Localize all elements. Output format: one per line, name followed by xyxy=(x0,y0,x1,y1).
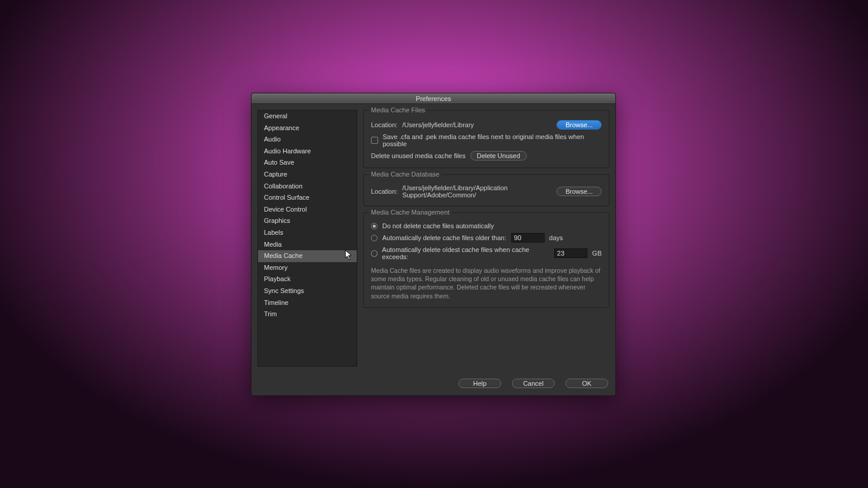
radio-label: Do not delete cache files automatically xyxy=(382,222,494,229)
location-row: Location: /Users/jellyfielder/Library Br… xyxy=(371,120,602,130)
preferences-main: Media Cache Files Location: /Users/jelly… xyxy=(363,110,609,367)
sidebar-item-general[interactable]: General xyxy=(258,111,357,122)
save-next-label: Save .cfa and .pek media cache files nex… xyxy=(383,133,602,147)
browse-button[interactable]: Browse... xyxy=(556,187,602,196)
sidebar-item-memory[interactable]: Memory xyxy=(258,262,357,274)
sidebar-item-trim[interactable]: Trim xyxy=(258,308,357,320)
sidebar-item-collaboration[interactable]: Collaboration xyxy=(258,181,357,193)
radio-label: Automatically delete cache files older t… xyxy=(382,234,507,241)
sidebar-item-labels[interactable]: Labels xyxy=(258,227,357,239)
sidebar-item-playback[interactable]: Playback xyxy=(258,273,357,285)
dialog-body: GeneralAppearanceAudioAudio HardwareAuto… xyxy=(251,104,615,373)
size-unit: GB xyxy=(592,250,602,257)
save-next-row: Save .cfa and .pek media cache files nex… xyxy=(371,133,602,147)
preferences-sidebar: GeneralAppearanceAudioAudio HardwareAuto… xyxy=(257,110,357,367)
dialog-footer: Help Cancel OK xyxy=(251,373,615,395)
sidebar-item-media[interactable]: Media xyxy=(258,239,357,251)
delete-unused-row: Delete unused media cache files Delete U… xyxy=(371,151,602,160)
sidebar-item-capture[interactable]: Capture xyxy=(258,169,357,181)
media-cache-management-panel: Media Cache Management Do not delete cac… xyxy=(363,212,609,308)
ok-button[interactable]: OK xyxy=(565,379,608,388)
media-cache-database-panel: Media Cache Database Location: /Users/je… xyxy=(363,174,609,206)
sidebar-item-media-cache[interactable]: Media Cache xyxy=(258,250,357,262)
panel-title: Media Cache Files xyxy=(369,106,427,114)
help-button[interactable]: Help xyxy=(458,379,501,388)
age-input[interactable] xyxy=(511,233,545,243)
cancel-button[interactable]: Cancel xyxy=(512,379,555,388)
media-cache-files-panel: Media Cache Files Location: /Users/jelly… xyxy=(363,110,609,168)
browse-button[interactable]: Browse... xyxy=(556,120,602,130)
radio-label: Automatically delete oldest cache files … xyxy=(382,246,550,260)
sidebar-item-device-control[interactable]: Device Control xyxy=(258,204,357,216)
delete-unused-label: Delete unused media cache files xyxy=(371,152,466,159)
delete-unused-button[interactable]: Delete Unused xyxy=(470,151,527,160)
location-label: Location: xyxy=(371,188,398,195)
radio-delete-size[interactable] xyxy=(371,250,378,257)
sidebar-item-graphics[interactable]: Graphics xyxy=(258,215,357,227)
management-description: Media Cache files are created to display… xyxy=(371,266,602,300)
sidebar-item-sync-settings[interactable]: Sync Settings xyxy=(258,285,357,297)
age-unit: days xyxy=(549,234,563,241)
option-delete-size: Automatically delete oldest cache files … xyxy=(371,246,602,260)
location-path: /Users/jellyfielder/Library/Application … xyxy=(402,184,547,199)
sidebar-item-timeline[interactable]: Timeline xyxy=(258,297,357,309)
dialog-title: Preferences xyxy=(251,93,615,104)
option-no-delete: Do not delete cache files automatically xyxy=(371,222,602,229)
location-label: Location: xyxy=(371,121,398,128)
preferences-dialog: Preferences GeneralAppearanceAudioAudio … xyxy=(251,93,616,396)
db-location-row: Location: /Users/jellyfielder/Library/Ap… xyxy=(371,184,602,199)
sidebar-item-audio-hardware[interactable]: Audio Hardware xyxy=(258,146,357,158)
save-next-checkbox[interactable] xyxy=(371,137,378,144)
option-delete-age: Automatically delete cache files older t… xyxy=(371,233,602,243)
sidebar-item-appearance[interactable]: Appearance xyxy=(258,122,357,134)
radio-no-delete[interactable] xyxy=(371,223,378,229)
panel-title: Media Cache Management xyxy=(369,209,452,216)
sidebar-item-control-surface[interactable]: Control Surface xyxy=(258,192,357,204)
location-path: /Users/jellyfielder/Library xyxy=(402,121,474,128)
panel-title: Media Cache Database xyxy=(369,171,442,178)
size-input[interactable] xyxy=(554,248,587,258)
radio-delete-age[interactable] xyxy=(371,235,378,241)
sidebar-item-audio[interactable]: Audio xyxy=(258,134,357,146)
sidebar-item-auto-save[interactable]: Auto Save xyxy=(258,157,357,169)
